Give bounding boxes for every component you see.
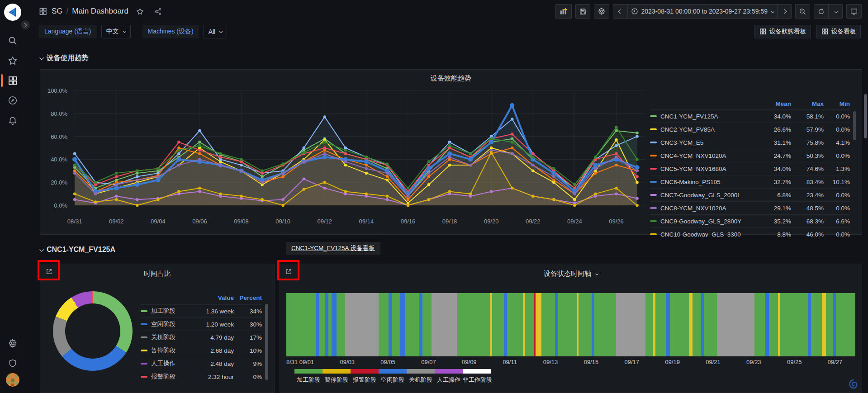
legend-row[interactable]: CNC1-YCM_FV125A34.0%58.1%0.0%	[650, 109, 850, 123]
sidebar-item-search[interactable]	[0, 31, 25, 51]
legend-row[interactable]: CNC5-YCM_NXV1680A34.0%74.6%1.3%	[650, 162, 850, 175]
org-logo[interactable]	[4, 4, 21, 21]
trend-chart-area: 100.0%80.0%60.0%40.0%20.0%0.0% 08/3109/0…	[45, 84, 650, 237]
state-segment	[836, 293, 855, 356]
machines-variable-select[interactable]: All	[204, 25, 228, 38]
state-segment	[811, 293, 822, 356]
timeline-legend-item[interactable]: 非工作阶段	[463, 369, 491, 384]
donut-table-row[interactable]: 人工操作2.48 day9%	[141, 357, 262, 370]
legend-row[interactable]: CNC7-Goodway_GLS_2000L6.8%23.4%0.0%	[650, 188, 850, 201]
share-button[interactable]	[151, 5, 165, 18]
y-tick-label: 100.0%	[47, 87, 67, 94]
donut-table-row[interactable]: 空闲阶段1.20 week30%	[141, 317, 262, 331]
series-mean: 32.7%	[759, 179, 791, 185]
series-min: 0.0%	[824, 205, 850, 212]
device-board-link[interactable]: 设备看板	[816, 25, 861, 38]
donut-table-scrollbar-thumb[interactable]	[265, 304, 268, 380]
trend-y-axis: 100.0%80.0%60.0%40.0%20.0%0.0%	[45, 84, 71, 216]
legend-row[interactable]: CNC8-YCM_NXV1020A29.1%48.5%0.0%	[650, 201, 850, 214]
dashboard-content: 设备使用趋势 设备效能趋势 100.0%80.0%60.0%40.0%20.0%…	[25, 40, 868, 393]
time-range-picker[interactable]: 2023-08-31 00:00:00 to 2023-09-27 23:59:…	[627, 4, 777, 19]
page-scrollbar-thumb[interactable]	[864, 94, 867, 138]
sidebar-item-explore[interactable]	[0, 90, 25, 110]
sidebar-item-dashboards[interactable]	[0, 71, 25, 90]
series-swatch	[650, 233, 657, 235]
search-icon	[8, 36, 18, 46]
refresh-group	[814, 4, 843, 19]
timeline-legend-item[interactable]: 关机阶段	[407, 369, 435, 384]
x-tick-label: 09/24	[567, 218, 582, 225]
sidebar-item-alerting[interactable]	[0, 110, 25, 130]
save-dashboard-button[interactable]	[575, 4, 590, 19]
language-variable-select[interactable]: 中文	[101, 25, 131, 38]
time-shift-back-button[interactable]	[613, 4, 627, 19]
dashboard-settings-button[interactable]	[594, 4, 609, 19]
state-segment	[422, 293, 432, 356]
chevron-down-icon	[39, 247, 44, 251]
legend-header-min[interactable]: Min	[824, 100, 850, 107]
panel-title-time-proportion[interactable]: 时间占比	[45, 268, 270, 279]
timeline-legend-item[interactable]: 报警阶段	[351, 369, 379, 384]
legend-header-max[interactable]: Max	[791, 100, 824, 107]
donut-header-value[interactable]: Value	[192, 294, 234, 301]
trend-lines	[71, 84, 650, 216]
series-swatch	[650, 207, 657, 209]
donut-table-row[interactable]: 关机阶段4.79 day17%	[141, 331, 262, 344]
favorite-star-button[interactable]	[133, 5, 147, 18]
status-board-link[interactable]: 设备狀態看板	[754, 25, 811, 38]
state-label: 加工阶段	[294, 376, 323, 384]
series-name: CNC3-YCM_E5	[660, 139, 703, 146]
refresh-button[interactable]	[814, 4, 828, 19]
timeline-legend-item[interactable]: 人工操作	[435, 369, 463, 384]
series-name: CNC1-YCM_FV125A	[660, 113, 718, 120]
timeline-legend-item[interactable]: 加工阶段	[294, 369, 323, 384]
device-board-link-label: 设备看板	[831, 28, 856, 36]
sidebar-item-starred[interactable]	[0, 51, 25, 71]
donut-table-row[interactable]: 加工阶段1.36 week34%	[141, 304, 262, 317]
slice-label: 人工操作	[151, 360, 175, 368]
zoom-out-button[interactable]	[795, 4, 810, 19]
machine-board-link[interactable]: CNC1-YCM_FV125A 设备看板	[286, 242, 380, 255]
panel-title-state-timeline[interactable]: 设备状态时间轴	[286, 268, 855, 279]
legend-row[interactable]: CNC4-YCM_NXV1020A24.7%50.3%0.0%	[650, 149, 850, 162]
panel-efficiency-trend: 设备效能趋势 100.0%80.0%60.0%40.0%20.0%0.0% 08…	[40, 69, 862, 235]
slice-swatch	[141, 310, 147, 312]
row-header-machine[interactable]: CNC1-YCM_FV125A	[40, 246, 115, 254]
row-header-trend[interactable]: 设备使用趋势	[40, 53, 862, 63]
legend-row[interactable]: CNC3-YCM_E531.1%75.8%4.1%	[650, 136, 850, 149]
refresh-interval-dropdown[interactable]	[828, 4, 843, 19]
cycle-view-mode-button[interactable]	[846, 4, 862, 19]
donut-table-row[interactable]: 报警阶段2.32 hour0%	[141, 370, 262, 383]
series-swatch	[650, 181, 657, 183]
legend-row[interactable]: CNC9-Goodway_GLS_2800Y35.2%68.3%6.6%	[650, 214, 850, 227]
time-shift-forward-button[interactable]	[777, 4, 792, 19]
state-segment	[541, 293, 555, 356]
legend-row[interactable]: CNC2-YCM_FV85A26.6%57.9%0.0%	[650, 123, 850, 136]
sidebar-expand-button[interactable]	[20, 20, 30, 30]
panel-title-efficiency-trend[interactable]: 设备效能趋势	[45, 72, 857, 84]
sidebar-item-server-admin[interactable]	[0, 353, 25, 373]
breadcrumb: SG / Main Dashboard	[52, 7, 128, 16]
add-panel-button[interactable]	[555, 4, 572, 19]
state-segment	[765, 293, 769, 356]
legend-row[interactable]: CNC6-Makino_PS10532.7%83.4%10.1%	[650, 175, 850, 188]
x-tick-label: 09/14	[359, 218, 374, 225]
timeline-legend-item[interactable]: 空闲阶段	[379, 369, 407, 384]
timeline-legend-item[interactable]: 暂停阶段	[323, 369, 351, 384]
slice-swatch	[141, 363, 147, 365]
sidebar-item-configuration[interactable]	[0, 333, 25, 353]
series-mean: 26.6%	[759, 126, 791, 133]
timeline-tick-label: 09/15	[584, 359, 599, 365]
breadcrumb-team[interactable]: SG	[52, 7, 63, 16]
series-min: 6.6%	[824, 218, 850, 225]
donut-table-row[interactable]: 暂停阶段2.68 day10%	[141, 344, 262, 357]
legend-header-mean[interactable]: Mean	[759, 100, 791, 107]
donut-header-percent[interactable]: Percent	[234, 294, 262, 301]
alerting-bell-icon	[8, 115, 18, 125]
state-segment	[286, 293, 316, 356]
state-segment	[670, 293, 689, 356]
avatar[interactable]	[6, 373, 19, 387]
state-timeline-band	[286, 293, 855, 356]
legend-scrollbar-thumb[interactable]	[853, 111, 856, 140]
legend-row[interactable]: CNC10-Goodway_GLS_33008.8%46.0%0.0%	[650, 227, 850, 237]
